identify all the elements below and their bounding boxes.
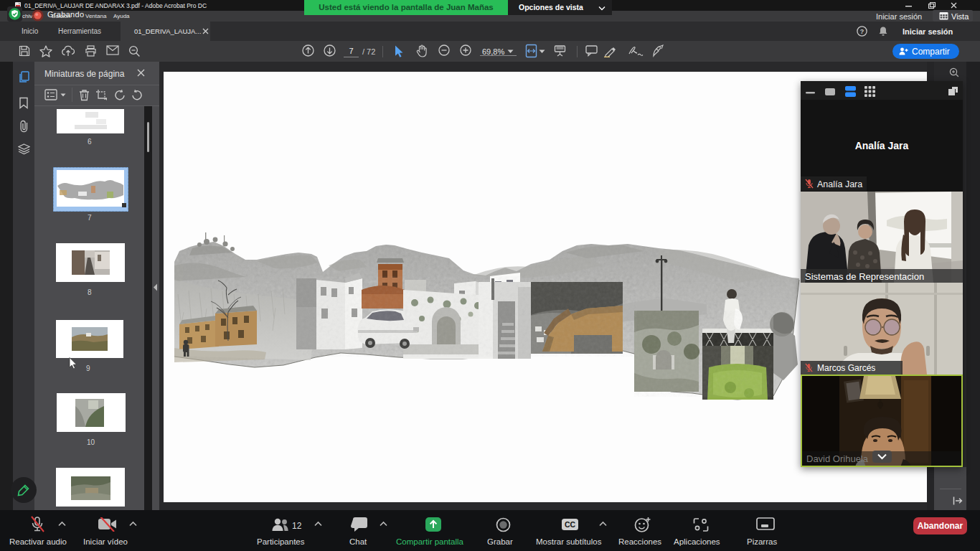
- svg-text:?: ?: [860, 28, 864, 35]
